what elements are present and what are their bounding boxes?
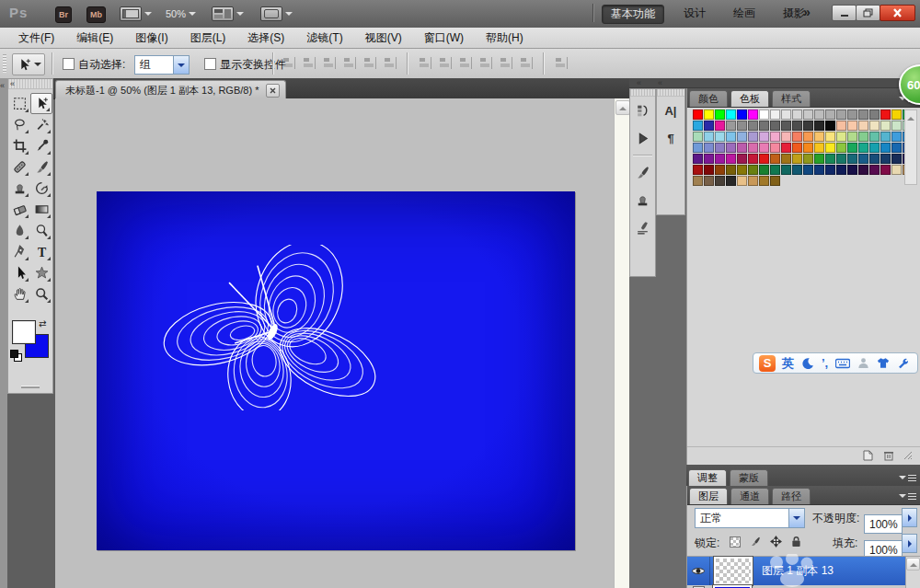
color-swatch-0-9[interactable]: [792, 110, 802, 120]
new-swatch-icon[interactable]: [862, 450, 874, 461]
color-swatch-4-16[interactable]: [869, 154, 880, 164]
lock-all-icon[interactable]: [789, 536, 803, 548]
auto-select-scope-dropdown[interactable]: 组: [134, 55, 190, 75]
color-swatch-4-13[interactable]: [836, 154, 846, 164]
color-swatch-5-7[interactable]: [770, 165, 780, 175]
dodge-tool[interactable]: [30, 220, 52, 241]
path-selection-tool[interactable]: [8, 262, 30, 283]
panel-tab-2[interactable]: 样式: [772, 90, 811, 107]
bridge-launch-button[interactable]: Br: [55, 6, 72, 23]
collapse-dock-icon[interactable]: «: [658, 78, 662, 87]
color-swatch-5-8[interactable]: [781, 165, 791, 175]
layers-tab-1[interactable]: 通道: [730, 488, 769, 504]
color-swatch-1-18[interactable]: [891, 121, 902, 131]
color-swatch-2-11[interactable]: [814, 132, 824, 142]
color-swatch-2-7[interactable]: [770, 132, 780, 142]
color-swatch-5-1[interactable]: [704, 165, 714, 175]
color-swatch-0-18[interactable]: [891, 110, 902, 120]
color-swatch-2-17[interactable]: [880, 132, 891, 142]
document-tab[interactable]: 未标题-1 @ 50% (图层 1 副本 13, RGB/8) *: [55, 80, 286, 99]
layer-thumbnail[interactable]: [714, 557, 753, 585]
menu-6[interactable]: 视图(V): [354, 28, 413, 48]
color-swatch-3-18[interactable]: [891, 143, 902, 153]
color-swatch-2-18[interactable]: [891, 132, 902, 142]
color-swatch-3-10[interactable]: [803, 143, 813, 153]
color-swatch-0-17[interactable]: [880, 110, 891, 120]
color-swatch-2-14[interactable]: [847, 132, 857, 142]
workspace-tab-1[interactable]: 设计: [675, 5, 714, 22]
menu-8[interactable]: 帮助(H): [475, 28, 535, 48]
adjust-tab-1[interactable]: 蒙版: [730, 469, 768, 486]
color-swatch-3-0[interactable]: [693, 143, 703, 153]
color-swatch-5-18[interactable]: [891, 165, 902, 175]
ime-language-toggle[interactable]: 英: [782, 355, 794, 372]
color-swatch-1-4[interactable]: [737, 121, 747, 131]
document-close-icon[interactable]: [266, 84, 280, 98]
color-swatch-0-15[interactable]: [858, 110, 868, 120]
opacity-slider-arrow-icon[interactable]: [902, 508, 917, 527]
color-swatch-3-5[interactable]: [748, 143, 758, 153]
color-swatch-3-13[interactable]: [836, 143, 846, 153]
color-swatch-4-17[interactable]: [880, 154, 891, 164]
color-swatch-3-9[interactable]: [792, 143, 802, 153]
layers-tab-2[interactable]: 路径: [772, 488, 811, 504]
menu-1[interactable]: 编辑(E): [65, 28, 124, 48]
lock-image-pixels-icon[interactable]: [748, 536, 762, 548]
history-brush-tool[interactable]: [30, 178, 52, 199]
color-swatch-3-15[interactable]: [858, 143, 868, 153]
workspace-tab-0[interactable]: 基本功能: [602, 5, 664, 24]
tool-presets-panel-icon[interactable]: [630, 213, 655, 241]
document-vertical-scrollbar[interactable]: [614, 98, 630, 588]
swatches-scrollbar[interactable]: [904, 110, 917, 185]
menu-2[interactable]: 图像(I): [124, 28, 178, 48]
canvas[interactable]: [97, 191, 575, 550]
color-swatch-5-4[interactable]: [737, 165, 747, 175]
color-swatch-0-0[interactable]: [693, 110, 703, 120]
color-swatch-0-14[interactable]: [847, 110, 857, 120]
color-swatch-5-6[interactable]: [759, 165, 769, 175]
panel-tab-1[interactable]: 色板: [730, 90, 769, 107]
color-swatch-5-10[interactable]: [803, 165, 813, 175]
color-swatch-1-14[interactable]: [847, 121, 857, 131]
color-swatch-5-5[interactable]: [748, 165, 758, 175]
delete-swatch-icon[interactable]: [883, 450, 894, 461]
view-extras-button[interactable]: [120, 6, 152, 22]
color-swatch-2-0[interactable]: [693, 132, 703, 142]
color-swatch-5-13[interactable]: [836, 165, 846, 175]
clone-stamp-tool[interactable]: [8, 178, 30, 199]
show-transform-controls-checkbox[interactable]: [204, 58, 216, 70]
restore-button[interactable]: [856, 5, 880, 21]
eraser-tool[interactable]: [8, 199, 30, 220]
workspace-tab-2[interactable]: 绘画: [725, 5, 764, 22]
ime-soft-keyboard-icon[interactable]: [835, 358, 850, 369]
color-swatch-1-11[interactable]: [814, 121, 824, 131]
color-swatch-1-6[interactable]: [759, 121, 769, 131]
color-swatch-3-3[interactable]: [726, 143, 736, 153]
color-swatch-0-10[interactable]: [803, 110, 813, 120]
color-swatch-4-12[interactable]: [825, 154, 835, 164]
color-swatch-6-0[interactable]: [693, 176, 703, 186]
color-swatch-4-14[interactable]: [847, 154, 857, 164]
color-swatch-1-1[interactable]: [704, 121, 714, 131]
color-swatch-6-7[interactable]: [770, 176, 780, 186]
blend-mode-dropdown[interactable]: 正常: [695, 508, 805, 528]
arrange-documents-button[interactable]: [212, 6, 244, 22]
foreground-color-swatch[interactable]: [12, 320, 36, 344]
magic-wand-tool[interactable]: [30, 114, 52, 135]
color-swatch-3-14[interactable]: [847, 143, 857, 153]
pen-tool[interactable]: [8, 241, 30, 262]
color-swatch-5-3[interactable]: [726, 165, 736, 175]
color-swatch-5-15[interactable]: [858, 165, 868, 175]
menu-5[interactable]: 滤镜(T): [295, 28, 353, 48]
color-swatch-0-8[interactable]: [781, 110, 791, 120]
history-panel-icon[interactable]: [630, 97, 655, 124]
fill-slider-arrow-icon[interactable]: [902, 534, 917, 553]
toolbox-resize-grip[interactable]: [21, 386, 40, 388]
color-swatch-2-5[interactable]: [748, 132, 758, 142]
color-swatch-1-12[interactable]: [825, 121, 835, 131]
color-swatch-3-8[interactable]: [781, 143, 791, 153]
hand-tool[interactable]: [8, 283, 30, 305]
color-swatch-3-11[interactable]: [814, 143, 824, 153]
color-swatch-0-6[interactable]: [759, 110, 769, 120]
actions-panel-icon[interactable]: [630, 124, 655, 152]
